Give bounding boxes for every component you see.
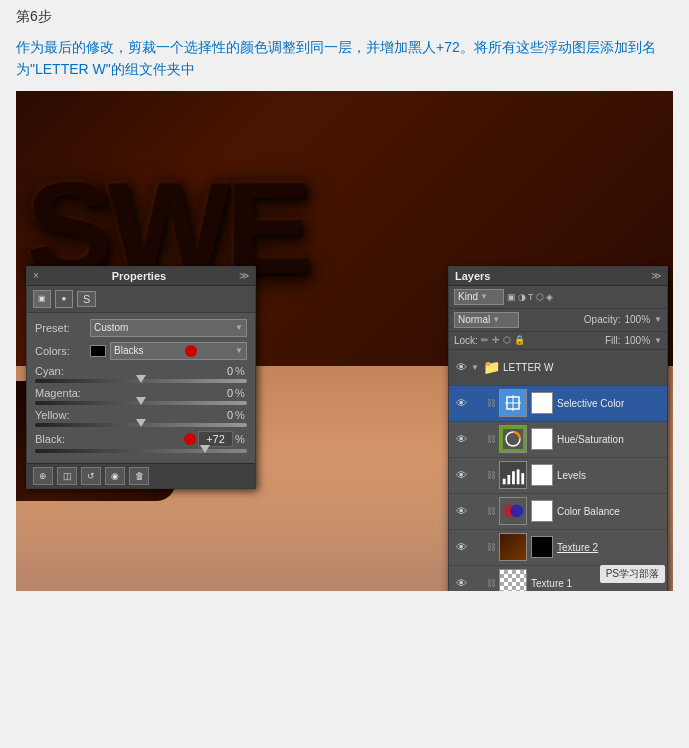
layer-levels[interactable]: 👁 ⛓ Levels bbox=[449, 458, 667, 494]
hue-thumb bbox=[499, 425, 527, 453]
black-section: Black: +72 % bbox=[35, 431, 247, 453]
black-unit: % bbox=[235, 433, 247, 445]
magenta-slider[interactable] bbox=[35, 401, 247, 405]
kind-dropdown[interactable]: Kind ▼ bbox=[454, 289, 504, 305]
hue-link-icon[interactable]: ⛓ bbox=[487, 434, 497, 444]
kind-icons: ▣ ◑ T ⬡ ◈ bbox=[507, 292, 553, 302]
lock-icon-artboard[interactable]: ⬡ bbox=[503, 335, 511, 345]
levels-link-icon[interactable]: ⛓ bbox=[487, 470, 497, 480]
svg-rect-7 bbox=[503, 479, 506, 485]
yellow-unit: % bbox=[235, 409, 247, 421]
lock-icons: Lock: ✏ ✛ ⬡ 🔒 bbox=[454, 335, 525, 346]
opacity-value[interactable]: 100% bbox=[625, 314, 651, 325]
texture2-eye-icon[interactable]: 👁 bbox=[453, 541, 469, 553]
color-swatch[interactable] bbox=[90, 345, 106, 357]
lock-icon-all[interactable]: 🔒 bbox=[514, 335, 525, 345]
kind-icon-smart[interactable]: ◈ bbox=[546, 292, 553, 302]
kind-icon-pixel[interactable]: ▣ bbox=[507, 292, 516, 302]
toolbar-visibility-btn[interactable]: ◉ bbox=[105, 467, 125, 485]
opacity-row: Opacity: 100% ▼ bbox=[584, 314, 662, 325]
texture2-mask-thumb bbox=[531, 536, 553, 558]
svg-rect-8 bbox=[507, 475, 510, 484]
black-slider-thumb[interactable] bbox=[200, 445, 210, 453]
colorbal-eye-icon[interactable]: 👁 bbox=[453, 505, 469, 517]
fill-row: Fill: 100% ▼ bbox=[605, 335, 662, 346]
svg-point-14 bbox=[510, 505, 523, 518]
preset-dropdown-arrow: ▼ bbox=[235, 323, 243, 332]
fill-arrow: ▼ bbox=[654, 336, 662, 345]
fill-value[interactable]: 100% bbox=[625, 335, 651, 346]
magenta-value: 0 bbox=[203, 387, 233, 399]
yellow-section: Yellow: 0 % bbox=[35, 409, 247, 427]
colors-label: Colors: bbox=[35, 345, 90, 357]
properties-expand-btn[interactable]: ≫ bbox=[239, 270, 249, 281]
lock-icon-draw[interactable]: ✏ bbox=[481, 335, 489, 345]
blend-mode-row: Normal ▼ Opacity: 100% ▼ bbox=[449, 309, 667, 332]
cyan-unit: % bbox=[235, 365, 247, 377]
fill-label: Fill: bbox=[605, 335, 621, 346]
kind-icon-adjust[interactable]: ◑ bbox=[518, 292, 526, 302]
lock-icon-move[interactable]: ✛ bbox=[492, 335, 500, 345]
lock-label: Lock: bbox=[454, 335, 478, 346]
cyan-section: Cyan: 0 % bbox=[35, 365, 247, 383]
properties-icon-layer[interactable]: ▣ bbox=[33, 290, 51, 308]
layer-color-balance[interactable]: 👁 ⛓ Color Balance bbox=[449, 494, 667, 530]
opacity-label: Opacity: bbox=[584, 314, 621, 325]
levels-mask-thumb bbox=[531, 464, 553, 486]
magenta-slider-thumb[interactable] bbox=[136, 397, 146, 405]
layer-group-header[interactable]: 👁 ▼ 📁 LETTER W bbox=[449, 350, 667, 386]
texture1-link-icon[interactable]: ⛓ bbox=[487, 578, 497, 588]
black-label-row: Black: +72 % bbox=[35, 431, 247, 447]
kind-icon-type[interactable]: T bbox=[528, 292, 534, 302]
properties-title: Properties bbox=[112, 270, 166, 282]
levels-eye-icon[interactable]: 👁 bbox=[453, 469, 469, 481]
toolbar-new-btn[interactable]: ⊕ bbox=[33, 467, 53, 485]
layers-expand-btn[interactable]: ≫ bbox=[651, 270, 661, 281]
properties-toolbar: ⊕ ◫ ↺ ◉ 🗑 bbox=[27, 463, 255, 488]
texture2-layer-name: Texture 2 bbox=[557, 542, 663, 553]
levels-layer-name: Levels bbox=[557, 470, 663, 481]
magenta-unit: % bbox=[235, 387, 247, 399]
black-slider[interactable] bbox=[35, 449, 247, 453]
cyan-slider-thumb[interactable] bbox=[136, 375, 146, 383]
properties-titlebar: × Properties ≫ bbox=[27, 267, 255, 286]
yellow-slider-thumb[interactable] bbox=[136, 419, 146, 427]
selective-link-icon[interactable]: ⛓ bbox=[487, 398, 497, 408]
watermark: PS学习部落 bbox=[600, 565, 665, 583]
texture2-link-icon[interactable]: ⛓ bbox=[487, 542, 497, 552]
toolbar-history-btn[interactable]: ↺ bbox=[81, 467, 101, 485]
kind-icon-shape[interactable]: ⬡ bbox=[536, 292, 544, 302]
magenta-label: Magenta: bbox=[35, 387, 81, 399]
selective-thumb bbox=[499, 389, 527, 417]
colors-dropdown[interactable]: Blacks ▼ bbox=[110, 342, 247, 360]
texture1-thumb bbox=[499, 569, 527, 591]
cyan-slider[interactable] bbox=[35, 379, 247, 383]
description-content: 作为最后的修改，剪裁一个选择性的颜色调整到同一层，并增加黑人+72。将所有这些浮… bbox=[16, 39, 656, 77]
blend-dropdown[interactable]: Normal ▼ bbox=[454, 312, 519, 328]
colorbal-link-icon[interactable]: ⛓ bbox=[487, 506, 497, 516]
cyan-label: Cyan: bbox=[35, 365, 64, 377]
properties-icon-s: S bbox=[77, 291, 96, 307]
properties-close-btn[interactable]: × bbox=[33, 270, 39, 281]
group-expand-arrow[interactable]: ▼ bbox=[471, 363, 481, 372]
toolbar-mask-btn[interactable]: ◫ bbox=[57, 467, 77, 485]
layer-texture2[interactable]: 👁 ⛓ Texture 2 bbox=[449, 530, 667, 566]
svg-rect-11 bbox=[521, 473, 524, 484]
layers-titlebar: Layers ≫ bbox=[449, 267, 667, 286]
magenta-section: Magenta: 0 % bbox=[35, 387, 247, 405]
blend-mode-value: Normal bbox=[458, 314, 490, 325]
cyan-value: 0 bbox=[203, 365, 233, 377]
selective-eye-icon[interactable]: 👁 bbox=[453, 397, 469, 409]
texture1-eye-icon[interactable]: 👁 bbox=[453, 577, 469, 589]
layer-hue-saturation[interactable]: 👁 ⛓ Hue/Saturation bbox=[449, 422, 667, 458]
preset-dropdown[interactable]: Custom ▼ bbox=[90, 319, 247, 337]
properties-icon-circle[interactable]: ● bbox=[55, 290, 73, 308]
layers-kind-row: Kind ▼ ▣ ◑ T ⬡ ◈ bbox=[449, 286, 667, 309]
toolbar-delete-btn[interactable]: 🗑 bbox=[129, 467, 149, 485]
hue-eye-icon[interactable]: 👁 bbox=[453, 433, 469, 445]
yellow-slider[interactable] bbox=[35, 423, 247, 427]
step-label: 第6步 bbox=[16, 8, 52, 24]
layer-selective-color[interactable]: 👁 ⛓ Selective Color bbox=[449, 386, 667, 422]
group-eye-icon[interactable]: 👁 bbox=[453, 361, 469, 373]
colorbal-layer-name: Color Balance bbox=[557, 506, 663, 517]
